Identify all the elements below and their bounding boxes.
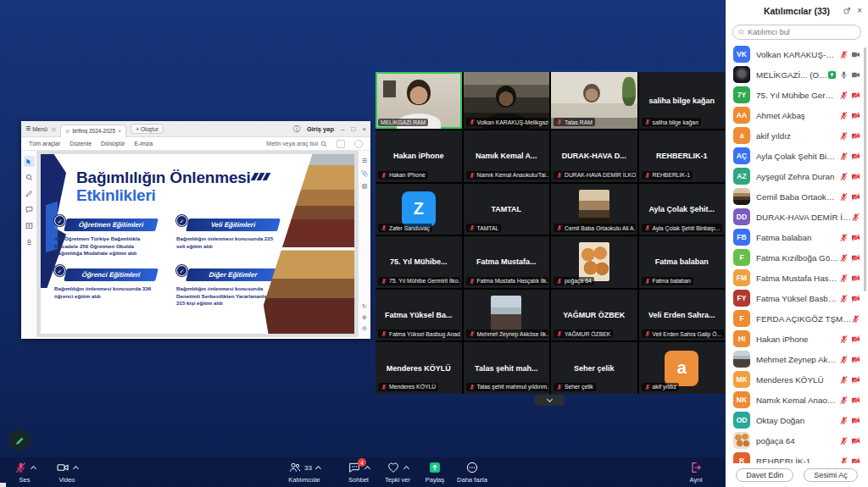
video-button[interactable]: Video <box>42 460 92 484</box>
menu-edit[interactable]: Düzenle <box>70 141 92 147</box>
audio-options-chevron-icon[interactable] <box>30 465 36 471</box>
participant-search[interactable] <box>732 25 861 40</box>
video-tile[interactable]: poğaça 64 <box>551 236 637 288</box>
video-options-chevron-icon[interactable] <box>73 465 79 471</box>
popout-icon[interactable] <box>843 7 851 14</box>
star-icon: ☆ <box>65 128 70 135</box>
participant-row[interactable]: OD Oktay Doğan <box>726 410 868 430</box>
video-tile[interactable]: Fatma Yüksel Ba... Fatma Yüksel Basbug A… <box>376 290 462 341</box>
video-tile[interactable]: saliha bilge kağan saliha bilge kağan <box>639 72 726 129</box>
window-close-button[interactable]: × <box>362 125 366 133</box>
participant-row[interactable]: AZ Ayşegül Zehra Duran <box>726 166 868 186</box>
video-tile[interactable]: Talas RAM <box>551 72 637 129</box>
video-tile[interactable]: DURAK-HAVA D... DURAK-HAVA DEMİR İLKO... <box>551 130 637 182</box>
ai-assistant-icon[interactable] <box>337 140 345 148</box>
cam-red-icon <box>851 152 860 161</box>
video-tile[interactable]: Ayla Çolak Şehit... Ayla Çolak Şehit Bin… <box>639 184 726 235</box>
document-tab[interactable]: ☆ brifing 2024-2025 × <box>60 125 127 137</box>
video-tile[interactable]: YAĞMUR ÖZBEK YAĞMUR ÖZBEK <box>551 290 637 341</box>
textbox-tool-icon[interactable] <box>24 220 35 231</box>
participant-row[interactable]: FB Fatma balaban <box>726 227 868 247</box>
participant-row[interactable]: MELİKGAZİ... (Oturum Sahibi) <box>726 64 868 85</box>
participant-row[interactable]: NK Namık Kemal Anaokulu/Talas <box>726 390 868 410</box>
draw-tool-icon[interactable] <box>24 188 35 199</box>
mic-red-icon <box>839 253 849 263</box>
participant-row[interactable]: FM Fatma Mustafa Hasçalık İlkokulu <box>726 268 868 288</box>
participants-button[interactable]: 33 Katılımcılar <box>280 460 329 484</box>
participant-row[interactable]: AA Ahmet Akbaş <box>726 105 868 125</box>
zoom-in-icon[interactable]: ⊕ <box>362 314 367 321</box>
participant-row[interactable]: FY Fatma Yüksel Basbug Anadolu İ... <box>726 288 868 308</box>
participant-status-icons <box>839 274 860 283</box>
video-tile[interactable]: 75. Yıl Mühibe... 75. Yıl Mühibe Germirl… <box>376 236 462 288</box>
video-tile[interactable]: Volkan KARAKUŞ-Melikgazi... <box>464 72 550 129</box>
minimize-button[interactable]: – <box>341 125 344 133</box>
participant-row[interactable]: R REHBERLİK-1 <box>726 451 868 463</box>
video-tile[interactable]: TAMTAL TAMTAL <box>464 184 550 235</box>
video-tile[interactable]: Namık Kemal A... Namık Kemal Anaokulu/Ta… <box>464 130 550 182</box>
more-button[interactable]: Daha fazla <box>448 460 497 484</box>
create-button[interactable]: + Oluştur <box>131 124 164 134</box>
tab-close-icon[interactable]: × <box>118 128 121 134</box>
video-tile[interactable]: Talas şehit mah... Talas şehit mahmut yı… <box>464 342 550 394</box>
participant-row[interactable]: F FERDA AÇIKGÖZ TŞMYAL <box>726 308 868 329</box>
leave-button[interactable]: Ayrıl <box>671 460 721 484</box>
muted-mic-icon <box>381 172 387 179</box>
panel-close-icon[interactable]: × <box>857 6 862 15</box>
cam-red-icon <box>851 274 860 283</box>
attachments-icon[interactable]: 📎 <box>361 170 369 177</box>
reactions-options-chevron-icon[interactable] <box>403 465 409 471</box>
layers-icon[interactable]: ▧ <box>362 183 368 190</box>
comment-tool-icon[interactable] <box>24 204 35 215</box>
participants-options-chevron-icon[interactable] <box>315 465 321 471</box>
participant-row[interactable]: MK Menderes KÖYLÜ <box>726 369 868 390</box>
participant-row[interactable]: AÇ Ayla Çolak Şehit Binbaşı Mahm... <box>726 146 868 166</box>
gallery-collapse-button[interactable] <box>534 395 565 406</box>
video-tile[interactable]: Hakan iPhone Hakan iPhone <box>376 130 462 182</box>
stamp-tool-icon[interactable] <box>24 236 35 247</box>
participant-row[interactable]: F Fatma Kızılboğa Göçen /Bitlis ... <box>726 247 868 268</box>
find-tool[interactable]: Metin veya araç bul <box>266 141 327 147</box>
menu-convert[interactable]: Dönüştür <box>101 141 125 147</box>
invite-button[interactable]: Davet Edin <box>736 468 793 482</box>
video-tile[interactable]: a akif yıldız <box>639 342 726 394</box>
menu-all-tools[interactable]: Tüm araçlar <box>29 141 60 147</box>
tile-label-text: Namık Kemal Anaokulu/Tal... <box>477 172 548 178</box>
refresh-icon[interactable]: ↻ <box>362 303 367 310</box>
info-icon[interactable]: ⓘ <box>293 125 300 134</box>
participant-row[interactable]: Mehmet Zeynep Akköse İlkokul... <box>726 349 868 369</box>
unmute-button[interactable]: Sesimi Aç <box>804 468 858 482</box>
video-tile[interactable]: Seher çelik Seher çelik <box>551 342 637 394</box>
panel-toggle-icon[interactable] <box>354 140 363 148</box>
participant-row[interactable]: VK Volkan KARAKUŞ-Melikga... (Ben) <box>726 44 868 64</box>
menu-esign[interactable]: E-imza <box>134 141 153 147</box>
video-tile[interactable]: Fatma Mustafa... Fatma Mustafa Hasçalık … <box>464 236 550 288</box>
video-tile[interactable]: Menderes KÖYLÜ Menderes KÖYLÜ <box>376 342 462 394</box>
video-tile[interactable]: Fatma balaban Fatma balaban <box>639 236 726 288</box>
participant-row[interactable]: 7Y 75. Yıl Mühibe Germirli İlkokulu... <box>726 85 868 105</box>
annotate-button[interactable] <box>8 429 31 451</box>
signin-button[interactable]: Giriş yap <box>307 125 334 133</box>
acrobat-menu-button[interactable]: ☰ Menü <box>25 125 47 132</box>
video-tile[interactable]: Cemil Baba Ortaokulu Ali A... <box>551 184 637 235</box>
bookmarks-icon[interactable]: ☰ <box>362 158 367 164</box>
zoom-tool-icon[interactable] <box>24 172 35 183</box>
select-tool-icon[interactable] <box>24 156 35 167</box>
participant-row[interactable]: a akif yıldız <box>726 125 868 146</box>
participant-row[interactable]: poğaça 64 <box>726 430 868 451</box>
video-tile[interactable]: Mehmet Zeynep Akköse İlk... <box>464 290 550 341</box>
zoom-out-icon[interactable]: ⊖ <box>362 325 367 332</box>
participant-row[interactable]: DD DURAK-HAVA DEMİR İLKOKULU <box>726 207 868 227</box>
chat-options-chevron-icon[interactable] <box>364 465 370 471</box>
participant-row[interactable]: Cemil Baba Ortaokulu Ali Aktaş <box>726 186 868 207</box>
video-tile[interactable]: REHBERLIK-1 REHBERLIK-1 <box>639 130 726 182</box>
video-tile[interactable]: MELİKGAZİ RAM <box>376 72 462 129</box>
panel-scrollbar[interactable] <box>864 47 866 291</box>
video-tile[interactable]: Veli Erden Sahra... Veli Erden Sahra Gal… <box>639 290 726 341</box>
participant-row[interactable]: HI Hakan iPhone <box>726 329 868 349</box>
maximize-button[interactable]: □ <box>351 125 355 133</box>
tile-name-label: YAĞMUR ÖZBEK <box>554 329 613 338</box>
video-tile[interactable]: Z Zafer Sanduvaç <box>376 184 462 235</box>
participant-search-input[interactable] <box>748 28 855 36</box>
home-icon[interactable]: ⌂ <box>52 125 56 133</box>
